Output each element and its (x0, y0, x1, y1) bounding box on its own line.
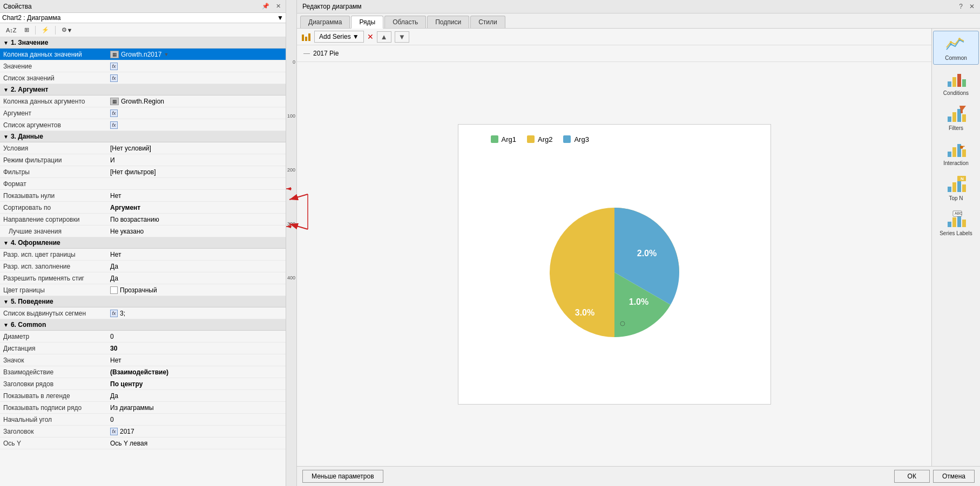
legend-item-arg2: Arg2 (527, 135, 552, 143)
delete-series-button[interactable]: ✕ (367, 32, 374, 41)
arrow-overlay (286, 0, 297, 486)
prop-sort-by-val: Аргумент (108, 203, 286, 213)
tab-labels[interactable]: Подписи (427, 16, 469, 28)
section2-header[interactable]: ▼ 2. Аргумент (0, 84, 286, 95)
color-swatch (110, 286, 118, 294)
prop-col-args-label: Колонка данных аргументо (0, 97, 108, 106)
prop-badge-val: Нет (108, 355, 286, 365)
chart-content: Add Series ▼ ✕ ▲ ▼ — 2017 Pie (297, 29, 980, 466)
chart-type-conditions[interactable]: Conditions (933, 66, 979, 100)
props-row-format[interactable]: Формат (0, 178, 286, 190)
props-row-border-color-allow[interactable]: Разр. исп. цвет границы Нет (0, 249, 286, 261)
grid-view-button[interactable]: ⊞ (22, 25, 32, 35)
scroll-label-300: 300 (287, 221, 295, 227)
chart-type-filters[interactable]: Filters (933, 101, 979, 135)
lightning-button[interactable]: ⚡ (39, 25, 52, 35)
series-down-button[interactable]: ▼ (395, 31, 409, 43)
sort-az-button[interactable]: A↕Z (3, 25, 19, 35)
legend-color-arg1 (491, 135, 498, 143)
svg-rect-12 (957, 74, 961, 87)
section1-arrow: ▼ (3, 40, 9, 46)
pie-label-blue: 2.0% (637, 249, 656, 258)
prop-row-headers-label: Заголовки рядов (0, 379, 108, 389)
tab-area[interactable]: Область (384, 16, 426, 28)
formula-icon3: fx (110, 109, 118, 117)
gear-icon: ⚙ (62, 26, 67, 33)
props-row-start-angle[interactable]: Начальный угол 0 (0, 414, 286, 426)
props-row-distance[interactable]: Дистанция 30 (0, 343, 286, 354)
props-row-show-legend[interactable]: Показывать в легенде Да (0, 390, 286, 402)
tab-styles[interactable]: Стили (470, 16, 505, 28)
chart-type-interaction[interactable]: ☛ Interaction (933, 136, 979, 170)
section4-arrow: ▼ (3, 240, 9, 246)
chart-type-common[interactable]: Common (933, 31, 979, 65)
chart-type-topn[interactable]: N Top N (933, 171, 979, 205)
close-chart-editor-button[interactable]: ✕ (969, 3, 975, 10)
cancel-button[interactable]: Отмена (933, 470, 975, 483)
props-row-title[interactable]: Заголовок fx 2017 (0, 426, 286, 437)
chart-editor-titlebar: Редактор диаграмм ? ✕ (297, 0, 980, 13)
pin-button[interactable]: 📌 (260, 2, 271, 10)
prop-border-color-text: Прозрачный (120, 286, 157, 294)
pie-chart: 2.0% 1.0% 3.0% (528, 186, 701, 359)
less-params-button[interactable]: Меньше параметров (302, 470, 383, 483)
props-row-list-args[interactable]: Список аргументов fx (0, 119, 286, 131)
section3-header[interactable]: ▼ 3. Данные (0, 131, 286, 142)
props-row-style-allow[interactable]: Разрешить применять стиг Да (0, 272, 286, 284)
section4-label: 4. Оформление (11, 239, 60, 247)
props-row-col-args[interactable]: Колонка данных аргументо ▦ Growth.Region (0, 95, 286, 107)
close-panel-button[interactable]: ✕ (274, 2, 282, 10)
props-row-interaction[interactable]: Взаимодействие (Взаимодействие) (0, 366, 286, 378)
props-row-show-zeros[interactable]: Показывать нули Нет (0, 190, 286, 202)
section1-header[interactable]: ▼ 1. Значение (0, 37, 286, 49)
prop-show-zeros-val: Нет (108, 191, 286, 201)
svg-rect-4 (305, 37, 307, 41)
toolbar-separator (35, 26, 36, 35)
help-icon[interactable]: ? (959, 3, 963, 10)
prop-show-legend-label: Показывать в легенде (0, 391, 108, 401)
prop-conditions-val: [Нет условий] (108, 143, 286, 153)
props-row-fill-allow[interactable]: Разр. исп. заполнение Да (0, 261, 286, 272)
section3-label: 3. Данные (11, 133, 43, 140)
props-row-sort-by[interactable]: Сортировать по Аргумент (0, 202, 286, 214)
prop-fill-allow-val: Да (108, 262, 286, 271)
tab-series[interactable]: Ряды (351, 16, 383, 29)
props-row-sort-dir[interactable]: Направление сортировки По возрастанию (0, 214, 286, 225)
legend-item-arg3: Arg3 (563, 135, 589, 143)
props-row-border-color[interactable]: Цвет границы Прозрачный (0, 284, 286, 296)
add-series-button[interactable]: Add Series ▼ (314, 31, 364, 43)
series-up-button[interactable]: ▲ (377, 31, 391, 43)
panel-selector[interactable]: Chart2 : Диаграмма ▼ (0, 13, 286, 23)
props-row-col-values[interactable]: Колонка данных значений ▦ Growth.n2017 ▼ (0, 49, 286, 60)
series-dash: — (303, 50, 310, 57)
series-2017pie-label: 2017 Pie (313, 50, 339, 57)
chart-type-series-labels[interactable]: ABC Series Labels (933, 206, 979, 240)
formula-icon4: fx (110, 121, 118, 129)
section6-header[interactable]: ▼ 6. Common (0, 319, 286, 331)
svg-rect-30 (948, 222, 951, 227)
props-row-arg[interactable]: Аргумент fx (0, 107, 286, 119)
props-row-filters[interactable]: Фильтры [Нет фильтров] (0, 166, 286, 178)
props-row-value[interactable]: Значение fx (0, 60, 286, 72)
section5-header[interactable]: ▼ 5. Поведение (0, 296, 286, 307)
props-row-filter-mode[interactable]: Режим фильтрации И (0, 154, 286, 166)
tab-diagram[interactable]: Диаграмма (300, 16, 350, 28)
gear-button[interactable]: ⚙ ▼ (59, 25, 76, 35)
props-row-show-labels[interactable]: Показывать подписи рядо Из диаграммы (0, 402, 286, 414)
props-row-diameter[interactable]: Диаметр 0 (0, 331, 286, 343)
chart-type-sidebar: Common Conditions (931, 29, 980, 466)
common-label: Common (945, 55, 967, 61)
props-row-extruded[interactable]: Список выдвинутых сегмен fx 3; (0, 307, 286, 319)
props-row-row-headers[interactable]: Заголовки рядов По центру (0, 378, 286, 390)
svg-rect-11 (952, 77, 956, 87)
ok-button[interactable]: ОК (894, 470, 930, 483)
props-row-top-values[interactable]: Лучшие значения Не указано (0, 225, 286, 237)
props-row-y-axis[interactable]: Ось Y Ось Y левая (0, 437, 286, 449)
prop-list-args-val: fx (108, 120, 286, 130)
section4-header[interactable]: ▼ 4. Оформление (0, 237, 286, 249)
props-row-badge[interactable]: Значок Нет (0, 354, 286, 366)
props-row-conditions[interactable]: Условия [Нет условий] (0, 142, 286, 154)
prop-list-values-label: Список значений (0, 73, 108, 83)
props-row-list-values[interactable]: Список значений fx (0, 72, 286, 84)
series-item-2017pie[interactable]: — 2017 Pie (301, 49, 927, 58)
